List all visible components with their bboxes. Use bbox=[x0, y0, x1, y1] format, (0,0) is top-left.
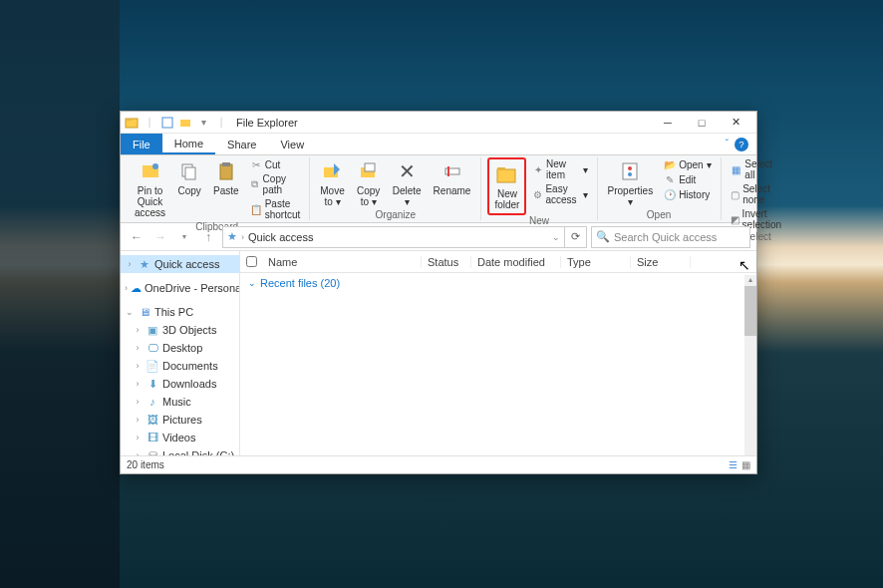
qat-dropdown-icon[interactable]: ▾ bbox=[196, 116, 210, 130]
rename-button[interactable]: Rename bbox=[430, 157, 475, 198]
sidebar-videos[interactable]: ›🎞Videos bbox=[121, 429, 239, 446]
onedrive-icon: ☁ bbox=[131, 281, 142, 295]
tab-view[interactable]: View bbox=[268, 134, 316, 154]
back-button[interactable]: ← bbox=[127, 227, 147, 247]
sidebar-documents[interactable]: ›📄Documents bbox=[121, 357, 239, 375]
breadcrumb-separator: › bbox=[241, 232, 244, 242]
cut-button[interactable]: ✂Cut bbox=[247, 157, 304, 171]
pin-icon bbox=[139, 159, 162, 183]
address-dropdown-icon[interactable]: ⌄ bbox=[552, 232, 560, 242]
ribbon-collapse-icon[interactable]: ˇ bbox=[726, 139, 729, 149]
delete-button[interactable]: ✕ Delete▾ bbox=[389, 157, 426, 209]
sidebar-3d-objects[interactable]: ›▣3D Objects bbox=[121, 321, 239, 339]
window-title: File Explorer bbox=[236, 117, 298, 129]
sidebar-music[interactable]: ›♪Music bbox=[121, 393, 239, 411]
copy-path-icon: ⧉ bbox=[250, 178, 260, 190]
maximize-button[interactable]: □ bbox=[685, 113, 719, 133]
status-bar: 20 items ☰ ▦ bbox=[121, 455, 756, 473]
up-button[interactable]: ↑ bbox=[198, 227, 218, 247]
column-status[interactable]: Status bbox=[422, 256, 471, 268]
column-name[interactable]: Name bbox=[262, 256, 422, 268]
sidebar-pictures[interactable]: ›🖼Pictures bbox=[121, 411, 239, 429]
tab-file[interactable]: File bbox=[121, 134, 162, 154]
minimize-button[interactable]: ─ bbox=[651, 113, 685, 133]
file-list-body[interactable]: ⌄ Recent files (20) bbox=[240, 273, 756, 455]
search-input[interactable]: 🔍 Search Quick access bbox=[591, 226, 750, 248]
new-item-button[interactable]: ✦New item ▾ bbox=[530, 157, 590, 181]
history-button[interactable]: 🕑History bbox=[661, 187, 714, 201]
select-none-button[interactable]: ▢Select none bbox=[728, 182, 787, 206]
quick-access-star-icon: ★ bbox=[227, 230, 237, 243]
videos-icon: 🎞 bbox=[146, 431, 159, 444]
vertical-scrollbar[interactable]: ▴ bbox=[744, 275, 756, 455]
select-all-checkbox[interactable] bbox=[240, 256, 262, 267]
music-icon: ♪ bbox=[146, 395, 159, 409]
breadcrumb-location[interactable]: Quick access bbox=[248, 231, 313, 243]
sidebar-desktop[interactable]: ›🖵Desktop bbox=[121, 339, 239, 357]
close-button[interactable]: ✕ bbox=[719, 113, 752, 133]
paste-shortcut-button[interactable]: 📋Paste shortcut bbox=[247, 197, 304, 221]
svg-rect-7 bbox=[185, 167, 195, 179]
qat-separator: | bbox=[143, 116, 156, 130]
copy-to-button[interactable]: Copy to ▾ bbox=[353, 157, 385, 209]
qat-newfolder-icon[interactable] bbox=[178, 116, 192, 130]
expand-icon[interactable]: › bbox=[125, 259, 135, 269]
sidebar-quick-access[interactable]: › ★ Quick access bbox=[121, 255, 239, 273]
refresh-button[interactable]: ⟳ bbox=[565, 226, 587, 248]
sidebar-downloads[interactable]: ›⬇Downloads bbox=[121, 375, 239, 393]
open-button[interactable]: 📂Open ▾ bbox=[661, 157, 714, 171]
scroll-up-icon[interactable]: ▴ bbox=[744, 275, 756, 284]
svg-rect-16 bbox=[497, 167, 505, 170]
search-icon: 🔍 bbox=[596, 230, 610, 243]
sidebar-onedrive[interactable]: › ☁ OneDrive - Personal bbox=[121, 279, 239, 297]
sidebar-local-disk-c[interactable]: ›⛁Local Disk (C:) bbox=[121, 446, 239, 455]
collapse-icon[interactable]: ⌄ bbox=[125, 307, 135, 317]
explorer-icon bbox=[125, 116, 139, 130]
copy-button[interactable]: Copy bbox=[173, 157, 205, 198]
new-folder-button[interactable]: New folder bbox=[490, 160, 523, 212]
paste-button[interactable]: Paste bbox=[209, 157, 243, 198]
copy-to-icon bbox=[357, 159, 381, 183]
svg-point-19 bbox=[628, 172, 632, 176]
copy-icon bbox=[177, 159, 201, 183]
new-folder-highlight: New folder bbox=[487, 157, 526, 215]
thumbnails-view-button[interactable]: ▦ bbox=[741, 459, 750, 470]
ribbon: Pin to Quick access Copy Paste ✂Cut ⧉Cop… bbox=[121, 155, 756, 223]
qat-properties-icon[interactable] bbox=[160, 116, 174, 130]
copy-path-button[interactable]: ⧉Copy path bbox=[247, 172, 304, 196]
downloads-icon: ⬇ bbox=[146, 377, 159, 391]
select-none-icon: ▢ bbox=[731, 188, 740, 200]
easy-access-button[interactable]: ⚙Easy access ▾ bbox=[530, 182, 590, 206]
recent-locations-button[interactable]: ▾ bbox=[174, 227, 194, 247]
properties-button[interactable]: Properties▾ bbox=[604, 157, 658, 209]
move-to-button[interactable]: Move to ▾ bbox=[316, 157, 348, 209]
history-icon: 🕑 bbox=[664, 188, 676, 200]
details-view-button[interactable]: ☰ bbox=[729, 459, 737, 470]
sidebar-this-pc[interactable]: ⌄ 🖥 This PC bbox=[121, 303, 239, 321]
group-header-recent[interactable]: ⌄ Recent files (20) bbox=[248, 277, 748, 289]
edit-button[interactable]: ✎Edit bbox=[661, 172, 714, 186]
pin-to-quick-access-button[interactable]: Pin to Quick access bbox=[131, 157, 169, 220]
open-icon: 📂 bbox=[664, 158, 676, 170]
ribbon-group-new: New folder ✦New item ▾ ⚙Easy access ▾ Ne… bbox=[481, 157, 597, 220]
forward-button[interactable]: → bbox=[150, 227, 170, 247]
tab-share[interactable]: Share bbox=[215, 134, 268, 154]
help-icon[interactable]: ? bbox=[735, 138, 748, 151]
paste-shortcut-icon: 📋 bbox=[250, 203, 262, 215]
this-pc-icon: 🖥 bbox=[138, 305, 151, 319]
select-all-button[interactable]: ▦Select all bbox=[728, 157, 787, 181]
tab-home[interactable]: Home bbox=[162, 134, 215, 154]
ribbon-tabs: File Home Share View ˇ ? bbox=[121, 134, 756, 155]
svg-rect-8 bbox=[220, 164, 232, 179]
easy-access-icon: ⚙ bbox=[533, 188, 542, 200]
column-type[interactable]: Type bbox=[561, 256, 631, 268]
scrollbar-thumb[interactable] bbox=[744, 286, 756, 336]
ribbon-group-clipboard: Pin to Quick access Copy Paste ✂Cut ⧉Cop… bbox=[125, 157, 310, 220]
navigation-pane: › ★ Quick access › ☁ OneDrive - Personal… bbox=[121, 251, 240, 455]
column-date-modified[interactable]: Date modified bbox=[471, 256, 561, 268]
address-input[interactable]: ★ › Quick access ⌄ bbox=[222, 226, 565, 248]
column-size[interactable]: Size bbox=[631, 256, 691, 268]
expand-icon[interactable]: › bbox=[125, 283, 128, 293]
svg-point-5 bbox=[152, 163, 158, 169]
desktop-icon: 🖵 bbox=[146, 341, 159, 355]
